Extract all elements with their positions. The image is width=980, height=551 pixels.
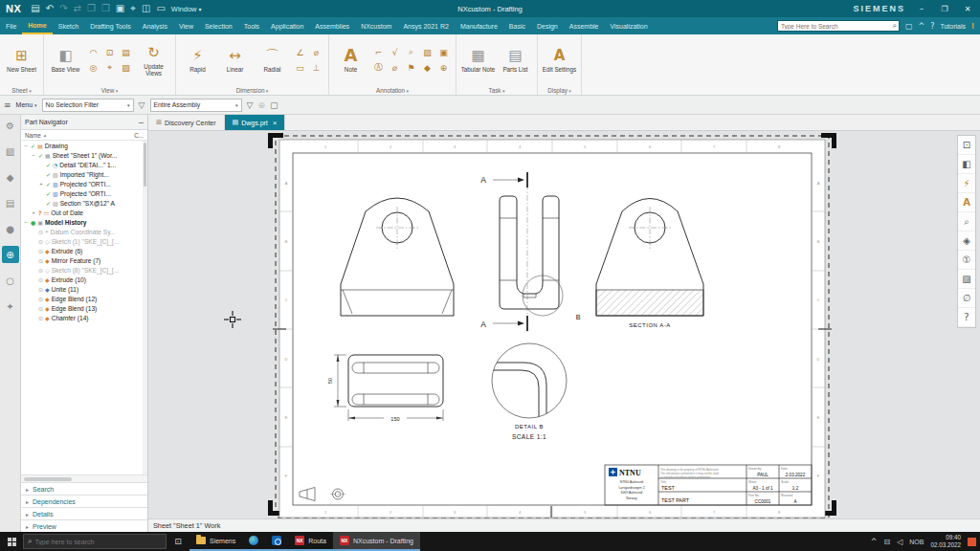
tab-discovery-center[interactable]: ⊞ Discovery Center	[148, 115, 225, 130]
tab-view[interactable]: View	[173, 17, 199, 34]
maximize-button[interactable]: ❐	[938, 5, 951, 13]
taskbar-app-siemens[interactable]: Siemens	[189, 532, 242, 551]
tab-assemble[interactable]: Assemble	[564, 17, 605, 34]
update-views-button[interactable]: ↻ Update Views	[136, 43, 171, 77]
surface-finish-icon[interactable]: √	[387, 45, 403, 60]
menu-button[interactable]: Menu	[16, 101, 37, 108]
close-tab-icon[interactable]: ×	[273, 119, 278, 127]
base-view-button[interactable]: ◧ Base View	[48, 46, 83, 73]
note-button[interactable]: A Note	[333, 46, 368, 73]
tree-row[interactable]: ⊙◆Extrude (6)	[21, 246, 147, 255]
group-label-view[interactable]: View	[44, 87, 175, 94]
ordinate-dimension-icon[interactable]: ⊥	[308, 60, 324, 76]
paste-icon[interactable]: ❐	[101, 0, 110, 17]
reuse-library-icon[interactable]: ●	[2, 220, 19, 237]
break-view-icon[interactable]: ▤	[118, 45, 134, 60]
datum-feature-icon[interactable]: Ⓐ	[370, 60, 387, 76]
image-icon[interactable]: ▣	[435, 45, 452, 60]
taskbar-search-input[interactable]	[34, 539, 162, 545]
tree-row[interactable]: +✓▥Projected "ORTI...	[21, 179, 147, 188]
rapid-dimension-button[interactable]: ⚡ Rapid	[180, 46, 215, 73]
tree-row[interactable]: ⊙◆Edge Blend (12)	[21, 294, 147, 303]
notification-square[interactable]	[968, 538, 976, 546]
web-browser-icon[interactable]: ⊕	[2, 246, 19, 263]
language-indicator[interactable]: NOB	[909, 539, 924, 545]
tree-horizontal-scrollbar[interactable]	[21, 474, 147, 482]
command-search-input[interactable]	[778, 23, 893, 30]
tab-sketch[interactable]: Sketch	[53, 17, 84, 34]
part-navigator-icon[interactable]: ▤	[2, 194, 19, 211]
task-view-icon[interactable]: ⊡	[167, 532, 189, 551]
tab-assemblies[interactable]: Assemblies	[309, 17, 355, 34]
selection-scope-dropdown[interactable]: Entire Assembly	[150, 99, 242, 112]
section-details[interactable]: ▸Details	[21, 507, 147, 519]
group-label-task[interactable]: Task	[457, 87, 537, 94]
fullscreen-icon[interactable]: ▢	[905, 22, 913, 31]
snap-point-icon[interactable]: ⊕	[257, 100, 265, 110]
section-line-icon[interactable]: ▨	[118, 60, 134, 76]
section-view-icon[interactable]: ◠	[85, 45, 101, 60]
leader-note-icon[interactable]: ⌐	[370, 45, 387, 60]
network-icon[interactable]: ⊟	[883, 538, 890, 546]
section-dependencies[interactable]: ▸Dependencies	[21, 495, 147, 507]
panel-minimize-icon[interactable]: –	[139, 118, 144, 127]
tab-part-file[interactable]: ▤ Dwgs.prt ×	[225, 115, 286, 130]
edit-annotation-icon[interactable]: ⌕	[958, 212, 975, 231]
window-menu[interactable]: Window	[171, 5, 202, 13]
centerline-icon[interactable]: ⊕	[435, 60, 452, 76]
group-label-dimension[interactable]: Dimension	[176, 87, 328, 94]
taskbar-clock[interactable]: 09:40 02.03.2022	[930, 534, 961, 549]
tab-basic[interactable]: Basic	[503, 17, 531, 34]
tab-application[interactable]: Application	[265, 17, 309, 34]
tab-manufacture[interactable]: Manufacture	[455, 17, 503, 34]
tab-analysis[interactable]: Analysis	[137, 17, 173, 34]
balloon-icon[interactable]: ①	[958, 251, 975, 270]
command-search[interactable]: ⌕	[777, 20, 900, 32]
process-studio-icon[interactable]: ✦	[2, 298, 19, 315]
crosshatch-icon[interactable]: ▨	[958, 270, 975, 289]
tree-row[interactable]: ⊙◆Chamfer (14)	[21, 313, 147, 322]
settings-gear-icon[interactable]: ⚙	[2, 117, 19, 134]
tree-row[interactable]: ⊙◆Extrude (10)	[21, 275, 147, 284]
tree-row[interactable]: ⊙◇Sketch (1) "SKE_[C]_[...	[21, 236, 147, 246]
edit-settings-button[interactable]: A Edit Settings	[542, 46, 577, 73]
tree-row[interactable]: ⊙⌖Datum Coordinate Sy...	[21, 227, 147, 236]
crosshatch-icon[interactable]: ▨	[419, 45, 435, 60]
note-icon[interactable]: A	[958, 193, 975, 212]
tab-selection[interactable]: Selection	[199, 17, 238, 34]
rapid-dimension-icon[interactable]: ⚡	[958, 174, 975, 193]
scope-filter-icon[interactable]: ▽	[247, 100, 254, 110]
inspect-icon[interactable]: ⌕	[403, 45, 419, 60]
tree-row[interactable]: ⊙◇Sketch (8) "SKE_[C]_[...	[21, 265, 147, 275]
undo-icon[interactable]: ↶	[46, 0, 54, 17]
tray-chevron-icon[interactable]: ^	[871, 538, 878, 546]
redo-icon[interactable]: ↷	[59, 0, 67, 17]
alert-icon[interactable]: !	[971, 21, 974, 31]
tree-row[interactable]: ✓▧Imported "Right...	[21, 169, 147, 179]
assembly-navigator-icon[interactable]: ▧	[2, 143, 19, 160]
linear-dimension-button[interactable]: ↔ Linear	[217, 46, 253, 73]
view-creation-wizard-icon[interactable]: ◈	[958, 231, 975, 251]
group-label-sheet[interactable]: Sheet	[0, 87, 43, 94]
group-label-annotation[interactable]: Annotation	[329, 87, 456, 94]
minimize-button[interactable]: –	[915, 5, 928, 13]
window-icon[interactable]: ▭	[156, 0, 165, 17]
filter-icon[interactable]: ▽	[139, 100, 145, 110]
tree-row[interactable]: –✓▦Sheet "Sheet 1" (Wor...	[21, 150, 147, 160]
copy-icon[interactable]: ❐	[87, 0, 96, 17]
parts-list-button[interactable]: ▤ Parts List	[498, 46, 533, 73]
tab-drafting-tools[interactable]: Drafting Tools	[84, 17, 137, 34]
diameter-dimension-icon[interactable]: ⌀	[308, 45, 324, 60]
tree-row[interactable]: ✓▨Section "SX@12" A	[21, 198, 147, 208]
base-view-icon[interactable]: ◧	[958, 155, 975, 174]
cut-icon[interactable]: ⇄	[74, 0, 81, 17]
help-icon[interactable]: ?	[958, 308, 975, 327]
tree-row[interactable]: ✓▥Projected "ORTI...	[21, 188, 147, 198]
section-search[interactable]: ▸Search	[21, 482, 147, 495]
taskbar-app-routa[interactable]: NX Routa	[288, 532, 333, 551]
chamfer-dimension-icon[interactable]: ▭	[292, 60, 308, 76]
display-mode-icon[interactable]: ▣	[116, 0, 124, 17]
tree-row[interactable]: +?▭Out of Date	[21, 208, 147, 217]
close-button[interactable]: ✕	[961, 5, 974, 13]
touch-mode-icon[interactable]: ⌖	[130, 0, 136, 17]
